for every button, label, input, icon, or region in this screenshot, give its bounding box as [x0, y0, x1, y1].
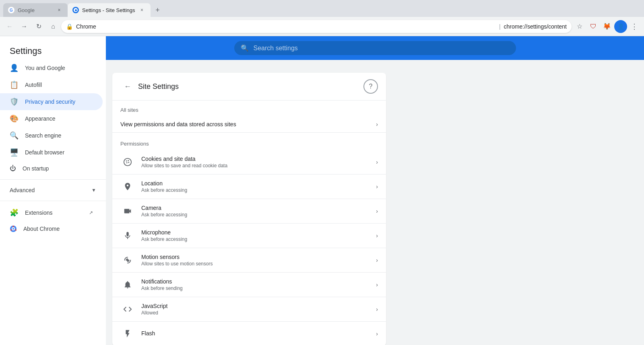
autofill-icon: 📋	[10, 80, 19, 89]
motion-arrow: ›	[376, 257, 378, 263]
sidebar-item-privacy[interactable]: 🛡️ Privacy and security	[0, 93, 103, 110]
notifications-icon	[120, 277, 135, 292]
svg-point-2	[12, 228, 14, 230]
you-google-icon: 👤	[10, 64, 19, 72]
permission-row-cookies[interactable]: Cookies and site data Allow sites to sav…	[112, 150, 386, 175]
sidebar-item-on-startup[interactable]: ⏻ On startup	[0, 161, 103, 176]
notifications-text: Notifications Ask before sending	[141, 278, 376, 291]
autofill-label: Autofill	[25, 82, 42, 88]
camera-icon	[120, 204, 135, 218]
view-permissions-text: View permissions and data stored across …	[120, 121, 376, 127]
search-icon: 🔍	[241, 44, 249, 52]
appearance-icon: 🎨	[10, 114, 19, 123]
nav-divider-2	[0, 201, 106, 201]
forward-button[interactable]: →	[18, 20, 31, 33]
view-permissions-row[interactable]: View permissions and data stored across …	[112, 116, 386, 133]
extensions-external-icon: ↗	[89, 210, 93, 216]
sidebar-item-search[interactable]: 🔍 Search engine	[0, 127, 103, 144]
google-favicon: G	[8, 7, 14, 13]
sidebar-item-appearance[interactable]: 🎨 Appearance	[0, 110, 103, 127]
tab-google[interactable]: G Google ×	[3, 3, 68, 17]
extension-btn-2[interactable]: 🦊	[601, 20, 613, 33]
back-arrow-icon: ←	[124, 82, 131, 91]
help-icon: ?	[369, 83, 373, 90]
permission-row-motion[interactable]: Motion sensors Allow sites to use motion…	[112, 248, 386, 273]
panel-container: ← Site Settings ? All sites View permiss…	[106, 60, 644, 345]
microphone-text: Microphone Ask before accessing	[141, 229, 376, 242]
notifications-desc: Ask before sending	[141, 285, 376, 291]
flash-name: Flash	[141, 330, 376, 337]
javascript-desc: Allowed	[141, 310, 376, 316]
sidebar-item-you-google[interactable]: 👤 You and Google	[0, 60, 103, 76]
home-button[interactable]: ⌂	[47, 20, 60, 33]
motion-name: Motion sensors	[141, 254, 376, 260]
reload-button[interactable]: ↻	[32, 20, 45, 33]
cookies-icon	[120, 155, 135, 169]
sidebar-item-extensions[interactable]: 🧩 Extensions ↗	[0, 204, 103, 221]
tab-google-close[interactable]: ×	[56, 6, 63, 14]
svg-point-6	[126, 162, 128, 163]
site-settings-header: ← Site Settings ?	[112, 73, 386, 101]
sidebar-item-autofill[interactable]: 📋 Autofill	[0, 76, 103, 93]
on-startup-label: On startup	[23, 165, 49, 172]
privacy-icon: 🛡️	[10, 97, 19, 106]
profile-button[interactable]: 👤	[614, 20, 627, 33]
app-body: Settings 👤 You and Google 📋 Autofill 🛡️ …	[0, 36, 644, 345]
bookmark-button[interactable]: ☆	[573, 20, 586, 33]
svg-point-8	[126, 259, 129, 261]
advanced-section[interactable]: Advanced ▼	[0, 183, 106, 197]
location-text: Location Ask before accessing	[141, 180, 376, 193]
site-settings-panel: ← Site Settings ? All sites View permiss…	[112, 73, 386, 345]
address-bar[interactable]: 🔒 Chrome | chrome://settings/content	[61, 20, 572, 33]
javascript-name: JavaScript	[141, 303, 376, 309]
back-button[interactable]: ←	[3, 20, 16, 33]
about-chrome-label: About Chrome	[23, 226, 60, 232]
camera-arrow: ›	[376, 208, 378, 214]
microphone-arrow: ›	[376, 232, 378, 239]
extension-btn-1[interactable]: 🛡	[587, 20, 600, 33]
svg-point-5	[128, 160, 129, 161]
cookies-desc: Allow sites to save and read cookie data	[141, 163, 376, 168]
appearance-label: Appearance	[25, 115, 56, 122]
javascript-arrow: ›	[376, 306, 378, 312]
default-browser-icon: 🖥️	[10, 148, 19, 157]
search-input-wrap: 🔍	[234, 41, 516, 55]
javascript-text: JavaScript Allowed	[141, 303, 376, 316]
address-separator: |	[499, 23, 501, 30]
flash-arrow: ›	[376, 331, 378, 337]
cookies-name: Cookies and site data	[141, 156, 376, 162]
svg-point-3	[124, 158, 131, 166]
microphone-icon	[120, 228, 135, 243]
back-button[interactable]: ←	[120, 79, 135, 94]
camera-text: Camera Ask before accessing	[141, 205, 376, 218]
permission-row-notifications[interactable]: Notifications Ask before sending ›	[112, 273, 386, 297]
default-browser-label: Default browser	[25, 149, 64, 156]
tab-settings-close[interactable]: ×	[138, 6, 146, 14]
search-bar: 🔍	[106, 36, 644, 60]
sidebar-item-default-browser[interactable]: 🖥️ Default browser	[0, 144, 103, 161]
menu-button[interactable]: ⋮	[628, 20, 641, 33]
location-desc: Ask before accessing	[141, 187, 376, 193]
permission-row-camera[interactable]: Camera Ask before accessing ›	[112, 199, 386, 224]
help-button[interactable]: ?	[363, 79, 378, 94]
permission-row-javascript[interactable]: JavaScript Allowed ›	[112, 297, 386, 322]
flash-icon	[120, 327, 135, 341]
advanced-label: Advanced	[10, 187, 35, 193]
permission-row-flash[interactable]: Flash ›	[112, 322, 386, 345]
tab-settings[interactable]: Settings - Site Settings ×	[68, 3, 151, 17]
location-name: Location	[141, 180, 376, 187]
notifications-arrow: ›	[376, 281, 378, 288]
toolbar-actions: ☆ 🛡 🦊 👤 ⋮	[573, 20, 641, 33]
about-chrome-icon	[10, 225, 17, 232]
tab-settings-title: Settings - Site Settings	[82, 7, 135, 13]
tab-google-title: Google	[18, 7, 52, 13]
new-tab-button[interactable]: +	[152, 4, 163, 16]
sidebar-item-about[interactable]: About Chrome	[0, 221, 103, 236]
camera-name: Camera	[141, 205, 376, 211]
settings-title: Settings	[0, 39, 106, 60]
permission-row-microphone[interactable]: Microphone Ask before accessing ›	[112, 224, 386, 248]
permission-row-location[interactable]: Location Ask before accessing ›	[112, 175, 386, 199]
cookies-text: Cookies and site data Allow sites to sav…	[141, 156, 376, 168]
svg-point-4	[126, 160, 127, 162]
search-input[interactable]	[254, 45, 510, 52]
